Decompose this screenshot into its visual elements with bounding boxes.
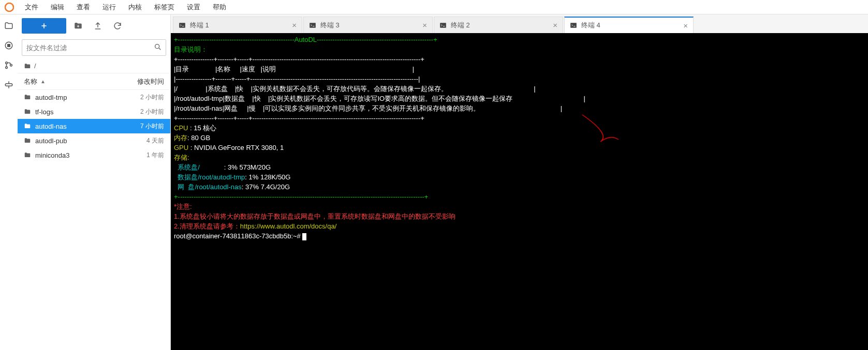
running-icon[interactable] xyxy=(4,40,14,51)
menu-tabs[interactable]: 标签页 xyxy=(148,3,181,12)
folder-icon xyxy=(24,137,33,144)
file-browser: / 名称▲ 修改时间 autodl-tmp2 小时前tf-logs2 小时前au… xyxy=(18,14,171,350)
file-name: autodl-nas xyxy=(33,123,123,130)
file-modified: 7 小时前 xyxy=(123,122,164,131)
tab-bar: 终端 1×终端 3×终端 2×终端 4× xyxy=(171,14,868,33)
file-row-autodl-pub[interactable]: autodl-pub4 天前 xyxy=(18,133,170,148)
new-launcher-button[interactable] xyxy=(22,18,66,34)
file-row-autodl-nas[interactable]: autodl-nas7 小时前 xyxy=(18,119,170,133)
tab-终端-1[interactable]: 终端 1× xyxy=(173,17,302,33)
file-name: autodl-tmp xyxy=(33,94,123,101)
svg-rect-8 xyxy=(310,23,316,27)
tab-终端-4[interactable]: 终端 4× xyxy=(564,17,694,33)
upload-button[interactable] xyxy=(90,18,106,34)
git-icon[interactable] xyxy=(4,60,14,70)
terminal-icon xyxy=(179,22,187,29)
menu-settings[interactable]: 设置 xyxy=(181,3,207,12)
tab-label: 终端 4 xyxy=(581,21,683,30)
extensions-icon[interactable] xyxy=(4,80,14,90)
tab-label: 终端 3 xyxy=(320,21,422,30)
menu-run[interactable]: 运行 xyxy=(96,3,122,12)
folder-icon[interactable] xyxy=(4,21,14,31)
terminal-cursor xyxy=(302,233,306,240)
activity-bar xyxy=(0,14,18,350)
menu-kernel[interactable]: 内核 xyxy=(122,3,148,12)
svg-rect-9 xyxy=(440,23,446,27)
file-row-miniconda3[interactable]: miniconda31 年前 xyxy=(18,148,170,162)
close-icon[interactable]: × xyxy=(683,21,688,30)
terminal-icon xyxy=(570,22,578,29)
file-modified: 1 年前 xyxy=(123,151,164,160)
menubar: 文件 编辑 查看 运行 内核 标签页 设置 帮助 xyxy=(0,0,868,14)
folder-icon xyxy=(24,94,33,101)
tab-终端-3[interactable]: 终端 3× xyxy=(303,17,433,33)
menu-edit[interactable]: 编辑 xyxy=(45,3,70,12)
svg-point-6 xyxy=(155,44,159,49)
hand-annotation xyxy=(580,95,637,162)
file-name: tf-logs xyxy=(33,108,123,116)
svg-point-4 xyxy=(6,67,8,69)
sort-arrow-icon: ▲ xyxy=(40,79,46,84)
folder-icon xyxy=(24,151,33,159)
file-name: miniconda3 xyxy=(33,151,123,159)
column-header[interactable]: 名称▲ 修改时间 xyxy=(18,73,170,90)
tab-label: 终端 1 xyxy=(190,21,292,30)
app-logo xyxy=(4,2,14,12)
search-icon xyxy=(154,43,162,51)
tab-label: 终端 2 xyxy=(451,21,553,30)
menu-file[interactable]: 文件 xyxy=(19,3,45,12)
close-icon[interactable]: × xyxy=(553,21,557,29)
breadcrumb[interactable]: / xyxy=(18,59,170,73)
svg-rect-2 xyxy=(8,44,10,47)
svg-point-5 xyxy=(10,64,12,66)
svg-point-0 xyxy=(5,3,13,11)
tab-终端-2[interactable]: 终端 2× xyxy=(434,17,563,33)
breadcrumb-path: / xyxy=(34,62,36,70)
close-icon[interactable]: × xyxy=(422,21,427,29)
filter-input[interactable] xyxy=(22,39,166,56)
file-name: autodl-pub xyxy=(33,137,123,145)
file-row-tf-logs[interactable]: tf-logs2 小时前 xyxy=(18,104,170,119)
file-modified: 2 小时前 xyxy=(123,108,164,116)
file-modified: 2 小时前 xyxy=(123,93,164,102)
terminal-output[interactable]: +---------------------------------------… xyxy=(171,33,868,350)
menu-help[interactable]: 帮助 xyxy=(207,3,232,12)
folder-icon xyxy=(24,108,33,115)
file-row-autodl-tmp[interactable]: autodl-tmp2 小时前 xyxy=(18,90,170,104)
new-folder-button[interactable] xyxy=(70,18,86,34)
file-modified: 4 天前 xyxy=(123,136,164,145)
menu-view[interactable]: 查看 xyxy=(70,3,96,12)
svg-point-3 xyxy=(6,62,8,64)
close-icon[interactable]: × xyxy=(292,21,297,29)
svg-rect-7 xyxy=(179,23,185,27)
refresh-button[interactable] xyxy=(110,18,125,34)
folder-icon xyxy=(24,123,33,130)
terminal-icon xyxy=(309,22,317,29)
terminal-icon xyxy=(439,22,448,29)
svg-rect-10 xyxy=(570,23,577,27)
